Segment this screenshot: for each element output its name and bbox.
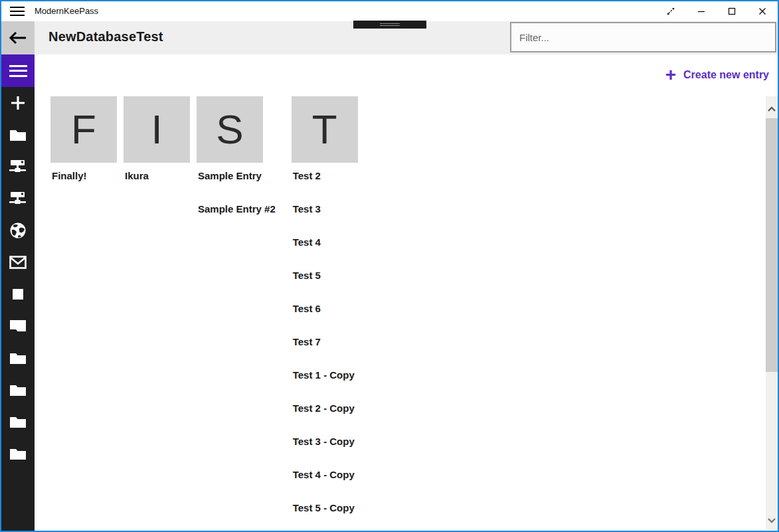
vertical-scrollbar[interactable] <box>766 96 778 530</box>
entry-item[interactable]: Sample Entry <box>197 159 285 192</box>
add-icon <box>9 94 27 112</box>
network-icon <box>9 191 27 206</box>
entry-item[interactable]: Test 6 <box>292 292 364 325</box>
app-window: ModernKeePass <box>0 0 779 532</box>
group-tile[interactable]: T <box>292 96 358 163</box>
entry-item[interactable]: Test 3 - Copy <box>292 424 364 458</box>
sidebar-item-folder-3[interactable] <box>1 342 35 374</box>
back-arrow-icon <box>9 31 27 45</box>
sidebar-item-add[interactable] <box>1 87 35 119</box>
folder-icon <box>9 319 27 333</box>
close-icon <box>758 7 767 16</box>
group-letter: F <box>71 109 96 150</box>
entry-item[interactable]: Test 2 <box>292 159 364 192</box>
group-tile[interactable]: F <box>50 96 117 163</box>
entry-item[interactable]: Ikura <box>124 159 190 192</box>
entries-panel: + Create new entry F Finally! I Ikura <box>35 54 778 531</box>
sidebar-item-network-2[interactable] <box>1 183 35 215</box>
maximize-icon <box>727 7 736 16</box>
sidebar-item-square[interactable] <box>1 278 35 310</box>
globe-icon <box>9 222 27 239</box>
sidebar-item-folder-4[interactable] <box>1 374 35 406</box>
sidebar-item-folder-2[interactable] <box>1 310 35 342</box>
group-I: I Ikura <box>124 96 190 192</box>
scroll-down-button[interactable] <box>766 515 778 527</box>
group-tile[interactable]: I <box>124 96 190 163</box>
square-icon <box>13 289 23 300</box>
maximize-button[interactable] <box>717 1 747 21</box>
entry-item[interactable]: Test 3 <box>292 192 364 225</box>
sidebar-item-network[interactable] <box>1 151 35 183</box>
entry-item[interactable]: Test 5 - Copy <box>292 491 364 524</box>
group-letter: T <box>312 109 337 150</box>
chevron-down-icon <box>768 518 776 523</box>
filter-input[interactable] <box>510 22 776 52</box>
sidebar-menu-button[interactable] <box>1 54 35 87</box>
entry-groups: F Finally! I Ikura S Sample En <box>50 96 371 524</box>
network-icon <box>9 159 27 174</box>
group-entries: Sample Entry Sample Entry #2 <box>197 159 285 225</box>
group-letter: I <box>151 109 162 150</box>
folder-icon <box>9 128 27 141</box>
group-entries: Finally! <box>50 159 117 192</box>
back-button[interactable] <box>1 21 35 54</box>
chevron-up-icon <box>768 106 776 112</box>
entry-item[interactable]: Test 7 <box>292 325 364 358</box>
resize-diagonal-button[interactable] <box>655 1 686 21</box>
folder-icon <box>9 415 27 428</box>
sidebar-item-globe[interactable] <box>1 215 35 246</box>
sidebar <box>1 54 35 531</box>
group-F: F Finally! <box>50 96 117 192</box>
create-new-entry-button[interactable]: + Create new entry <box>665 68 769 82</box>
sidebar-item-mail[interactable] <box>1 246 35 278</box>
entry-item[interactable]: Test 1 - Copy <box>292 358 364 391</box>
folder-icon <box>9 447 27 460</box>
appbar-grabber[interactable] <box>353 21 426 29</box>
entry-item[interactable]: Finally! <box>50 159 117 192</box>
app-title: ModernKeePass <box>35 6 98 16</box>
folder-icon <box>9 383 27 397</box>
entry-item[interactable]: Test 4 - Copy <box>292 458 364 491</box>
resize-diagonal-icon <box>665 6 676 17</box>
titlebar-menu-icon[interactable] <box>10 7 25 16</box>
sidebar-item-folder[interactable] <box>1 119 35 151</box>
group-entries: Test 2 Test 3 Test 4 Test 5 Test 6 Test … <box>292 159 364 524</box>
entry-item[interactable]: Sample Entry #2 <box>197 192 285 225</box>
titlebar: ModernKeePass <box>1 1 778 21</box>
entry-item[interactable]: Test 2 - Copy <box>292 391 364 424</box>
minimize-icon <box>697 7 706 16</box>
minimize-button[interactable] <box>686 1 717 21</box>
close-button[interactable] <box>747 1 778 21</box>
sidebar-item-folder-5[interactable] <box>1 406 35 438</box>
window-controls <box>655 1 778 21</box>
group-entries: Ikura <box>124 159 190 192</box>
entry-item[interactable]: Test 5 <box>292 258 364 292</box>
entry-item[interactable]: Test 4 <box>292 225 364 258</box>
scroll-up-button[interactable] <box>766 103 778 115</box>
group-tile[interactable]: S <box>197 96 263 163</box>
group-S: S Sample Entry Sample Entry #2 <box>197 96 285 225</box>
mail-icon <box>9 256 27 269</box>
folder-icon <box>9 351 27 365</box>
page-title: NewDatabaseTest <box>48 29 163 44</box>
scrollbar-thumb[interactable] <box>766 118 778 372</box>
hamburger-icon <box>9 65 27 77</box>
create-new-entry-label: Create new entry <box>683 69 769 81</box>
group-T: T Test 2 Test 3 Test 4 Test 5 Test 6 Tes… <box>292 96 364 524</box>
sidebar-item-folder-6[interactable] <box>1 438 35 470</box>
plus-icon: + <box>665 68 676 82</box>
group-letter: S <box>216 109 243 150</box>
